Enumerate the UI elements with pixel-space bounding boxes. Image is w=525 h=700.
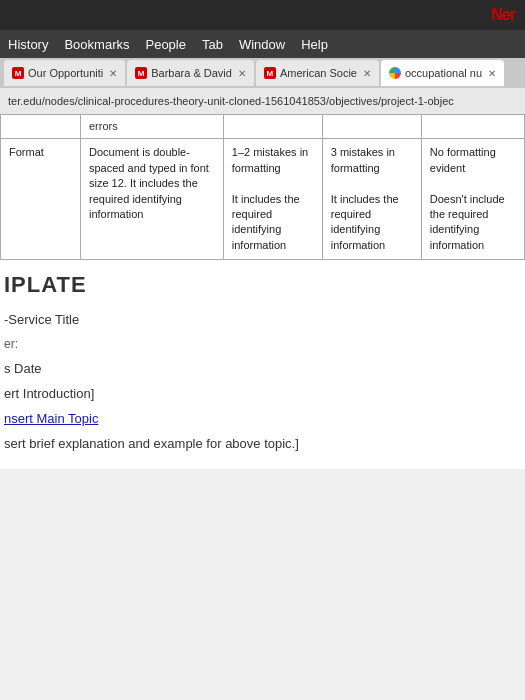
tab-0-icon: M bbox=[12, 67, 24, 79]
tab-1-label: Barbara & David bbox=[151, 67, 232, 79]
tab-2-close[interactable]: ✕ bbox=[363, 68, 371, 79]
tab-0-label: Our Opportuniti bbox=[28, 67, 103, 79]
url-bar[interactable]: ter.edu/nodes/clinical-procedures-theory… bbox=[0, 88, 525, 114]
menu-help[interactable]: Help bbox=[301, 37, 328, 52]
menu-window[interactable]: Window bbox=[239, 37, 285, 52]
errors-col0 bbox=[1, 115, 81, 139]
tab-0[interactable]: M Our Opportuniti ✕ bbox=[4, 60, 125, 86]
page-content: errors Format Document is double-spaced … bbox=[0, 114, 525, 469]
browser-chrome-top: Ner bbox=[0, 0, 525, 30]
format-col4-line2: Doesn't include the required identifying… bbox=[430, 193, 505, 251]
tab-3-label: occupational nu bbox=[405, 67, 482, 79]
format-col4: No formatting evident Doesn't include th… bbox=[421, 139, 524, 260]
tab-bar: M Our Opportuniti ✕ M Barbara & David ✕ … bbox=[0, 58, 525, 88]
template-title: IPLATE bbox=[4, 272, 521, 298]
format-col2-line2: It includes the required identifying inf… bbox=[232, 193, 300, 251]
tab-0-close[interactable]: ✕ bbox=[109, 68, 117, 79]
tab-1-icon: M bbox=[135, 67, 147, 79]
template-item-4[interactable]: nsert Main Topic bbox=[4, 411, 521, 426]
menu-bookmarks[interactable]: Bookmarks bbox=[64, 37, 129, 52]
menu-bar: History Bookmarks People Tab Window Help bbox=[0, 30, 525, 58]
menu-tab[interactable]: Tab bbox=[202, 37, 223, 52]
url-text: ter.edu/nodes/clinical-procedures-theory… bbox=[8, 95, 454, 107]
template-item-2: s Date bbox=[4, 361, 521, 376]
format-col3: 3 mistakes in formatting It includes the… bbox=[322, 139, 421, 260]
tab-1-close[interactable]: ✕ bbox=[238, 68, 246, 79]
template-item-0: -Service Title bbox=[4, 312, 521, 327]
table-section: errors Format Document is double-spaced … bbox=[0, 114, 525, 260]
tab-2-label: American Socie bbox=[280, 67, 357, 79]
format-col2: 1–2 mistakes in formatting It includes t… bbox=[223, 139, 322, 260]
tab-3-close[interactable]: ✕ bbox=[488, 68, 496, 79]
tab-2-icon: M bbox=[264, 67, 276, 79]
tab-2[interactable]: M American Socie ✕ bbox=[256, 60, 379, 86]
format-col4-line1: No formatting evident bbox=[430, 146, 496, 173]
errors-col4 bbox=[421, 115, 524, 139]
browser-logo: Ner bbox=[491, 6, 515, 24]
errors-col1: errors bbox=[81, 115, 224, 139]
tab-1[interactable]: M Barbara & David ✕ bbox=[127, 60, 254, 86]
format-col3-line2: It includes the required identifying inf… bbox=[331, 193, 399, 251]
format-col1: Document is double-spaced and typed in f… bbox=[81, 139, 224, 260]
format-col2-line1: 1–2 mistakes in formatting bbox=[232, 146, 308, 173]
format-row: Format Document is double-spaced and typ… bbox=[1, 139, 525, 260]
menu-history[interactable]: History bbox=[8, 37, 48, 52]
errors-col2 bbox=[223, 115, 322, 139]
template-section: IPLATE -Service Title er: s Date ert Int… bbox=[0, 260, 525, 469]
format-col3-line1: 3 mistakes in formatting bbox=[331, 146, 395, 173]
template-item-1: er: bbox=[4, 337, 521, 351]
errors-row: errors bbox=[1, 115, 525, 139]
menu-people[interactable]: People bbox=[145, 37, 185, 52]
tab-3[interactable]: occupational nu ✕ bbox=[381, 60, 504, 86]
template-item-3: ert Introduction] bbox=[4, 386, 521, 401]
format-label: Format bbox=[1, 139, 81, 260]
template-item-5: sert brief explanation and example for a… bbox=[4, 436, 521, 451]
rubric-table: errors Format Document is double-spaced … bbox=[0, 114, 525, 260]
errors-col3 bbox=[322, 115, 421, 139]
tab-3-icon bbox=[389, 67, 401, 79]
